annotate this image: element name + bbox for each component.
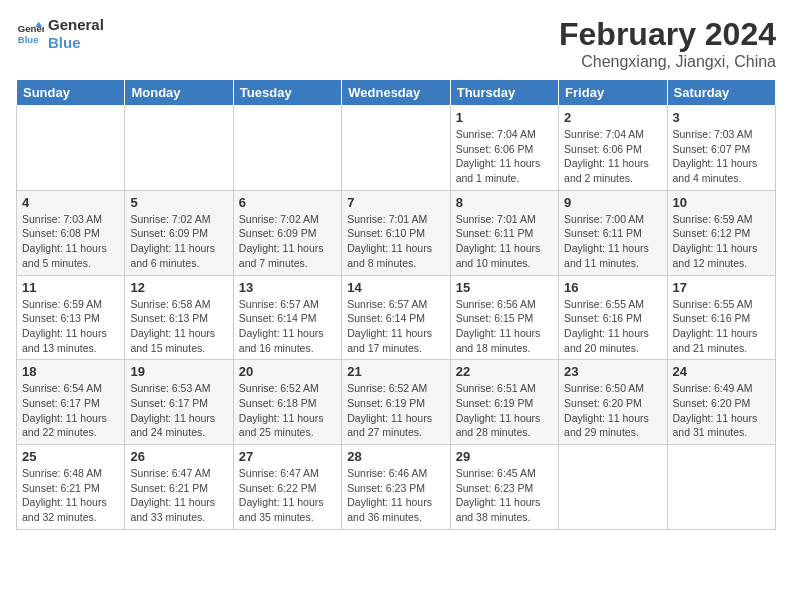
day-info: Sunrise: 6:58 AM Sunset: 6:13 PM Dayligh…: [130, 297, 227, 356]
day-number: 16: [564, 280, 661, 295]
day-number: 13: [239, 280, 336, 295]
calendar-cell: 25Sunrise: 6:48 AM Sunset: 6:21 PM Dayli…: [17, 445, 125, 530]
calendar-cell: 21Sunrise: 6:52 AM Sunset: 6:19 PM Dayli…: [342, 360, 450, 445]
day-info: Sunrise: 7:02 AM Sunset: 6:09 PM Dayligh…: [130, 212, 227, 271]
day-number: 19: [130, 364, 227, 379]
day-info: Sunrise: 6:47 AM Sunset: 6:22 PM Dayligh…: [239, 466, 336, 525]
day-info: Sunrise: 7:02 AM Sunset: 6:09 PM Dayligh…: [239, 212, 336, 271]
calendar-cell: [17, 106, 125, 191]
calendar-cell: 27Sunrise: 6:47 AM Sunset: 6:22 PM Dayli…: [233, 445, 341, 530]
calendar-cell: 20Sunrise: 6:52 AM Sunset: 6:18 PM Dayli…: [233, 360, 341, 445]
calendar-cell: 16Sunrise: 6:55 AM Sunset: 6:16 PM Dayli…: [559, 275, 667, 360]
calendar-week-row: 25Sunrise: 6:48 AM Sunset: 6:21 PM Dayli…: [17, 445, 776, 530]
day-info: Sunrise: 6:52 AM Sunset: 6:19 PM Dayligh…: [347, 381, 444, 440]
day-number: 1: [456, 110, 553, 125]
calendar-cell: 19Sunrise: 6:53 AM Sunset: 6:17 PM Dayli…: [125, 360, 233, 445]
calendar-cell: 6Sunrise: 7:02 AM Sunset: 6:09 PM Daylig…: [233, 190, 341, 275]
day-info: Sunrise: 6:59 AM Sunset: 6:12 PM Dayligh…: [673, 212, 770, 271]
calendar-cell: 8Sunrise: 7:01 AM Sunset: 6:11 PM Daylig…: [450, 190, 558, 275]
weekday-header: Saturday: [667, 80, 775, 106]
day-info: Sunrise: 6:51 AM Sunset: 6:19 PM Dayligh…: [456, 381, 553, 440]
calendar-cell: [342, 106, 450, 191]
day-number: 12: [130, 280, 227, 295]
day-number: 8: [456, 195, 553, 210]
calendar-cell: [559, 445, 667, 530]
day-info: Sunrise: 7:03 AM Sunset: 6:08 PM Dayligh…: [22, 212, 119, 271]
day-number: 21: [347, 364, 444, 379]
day-info: Sunrise: 7:01 AM Sunset: 6:10 PM Dayligh…: [347, 212, 444, 271]
title-block: February 2024 Chengxiang, Jiangxi, China: [559, 16, 776, 71]
calendar-cell: 18Sunrise: 6:54 AM Sunset: 6:17 PM Dayli…: [17, 360, 125, 445]
calendar-cell: 4Sunrise: 7:03 AM Sunset: 6:08 PM Daylig…: [17, 190, 125, 275]
calendar-week-row: 1Sunrise: 7:04 AM Sunset: 6:06 PM Daylig…: [17, 106, 776, 191]
weekday-header-row: SundayMondayTuesdayWednesdayThursdayFrid…: [17, 80, 776, 106]
day-number: 2: [564, 110, 661, 125]
day-number: 6: [239, 195, 336, 210]
day-number: 29: [456, 449, 553, 464]
day-info: Sunrise: 6:59 AM Sunset: 6:13 PM Dayligh…: [22, 297, 119, 356]
calendar-cell: 14Sunrise: 6:57 AM Sunset: 6:14 PM Dayli…: [342, 275, 450, 360]
day-info: Sunrise: 6:48 AM Sunset: 6:21 PM Dayligh…: [22, 466, 119, 525]
day-number: 20: [239, 364, 336, 379]
day-number: 10: [673, 195, 770, 210]
calendar-cell: 2Sunrise: 7:04 AM Sunset: 6:06 PM Daylig…: [559, 106, 667, 191]
day-info: Sunrise: 6:49 AM Sunset: 6:20 PM Dayligh…: [673, 381, 770, 440]
calendar-cell: 28Sunrise: 6:46 AM Sunset: 6:23 PM Dayli…: [342, 445, 450, 530]
day-number: 15: [456, 280, 553, 295]
calendar-table: SundayMondayTuesdayWednesdayThursdayFrid…: [16, 79, 776, 530]
calendar-cell: 7Sunrise: 7:01 AM Sunset: 6:10 PM Daylig…: [342, 190, 450, 275]
calendar-cell: [125, 106, 233, 191]
calendar-cell: 13Sunrise: 6:57 AM Sunset: 6:14 PM Dayli…: [233, 275, 341, 360]
day-info: Sunrise: 6:53 AM Sunset: 6:17 PM Dayligh…: [130, 381, 227, 440]
day-number: 9: [564, 195, 661, 210]
day-number: 23: [564, 364, 661, 379]
calendar-cell: 22Sunrise: 6:51 AM Sunset: 6:19 PM Dayli…: [450, 360, 558, 445]
day-info: Sunrise: 7:01 AM Sunset: 6:11 PM Dayligh…: [456, 212, 553, 271]
calendar-week-row: 18Sunrise: 6:54 AM Sunset: 6:17 PM Dayli…: [17, 360, 776, 445]
calendar-cell: 5Sunrise: 7:02 AM Sunset: 6:09 PM Daylig…: [125, 190, 233, 275]
day-number: 25: [22, 449, 119, 464]
day-info: Sunrise: 6:57 AM Sunset: 6:14 PM Dayligh…: [347, 297, 444, 356]
day-number: 14: [347, 280, 444, 295]
day-number: 11: [22, 280, 119, 295]
calendar-cell: 23Sunrise: 6:50 AM Sunset: 6:20 PM Dayli…: [559, 360, 667, 445]
day-info: Sunrise: 6:55 AM Sunset: 6:16 PM Dayligh…: [673, 297, 770, 356]
day-number: 17: [673, 280, 770, 295]
day-info: Sunrise: 7:04 AM Sunset: 6:06 PM Dayligh…: [564, 127, 661, 186]
day-number: 27: [239, 449, 336, 464]
calendar-week-row: 11Sunrise: 6:59 AM Sunset: 6:13 PM Dayli…: [17, 275, 776, 360]
calendar-cell: 24Sunrise: 6:49 AM Sunset: 6:20 PM Dayli…: [667, 360, 775, 445]
calendar-week-row: 4Sunrise: 7:03 AM Sunset: 6:08 PM Daylig…: [17, 190, 776, 275]
calendar-cell: 29Sunrise: 6:45 AM Sunset: 6:23 PM Dayli…: [450, 445, 558, 530]
day-number: 22: [456, 364, 553, 379]
day-number: 26: [130, 449, 227, 464]
day-number: 3: [673, 110, 770, 125]
weekday-header: Thursday: [450, 80, 558, 106]
page-header: General Blue GeneralBlue February 2024 C…: [16, 16, 776, 71]
location-subtitle: Chengxiang, Jiangxi, China: [559, 53, 776, 71]
day-info: Sunrise: 6:50 AM Sunset: 6:20 PM Dayligh…: [564, 381, 661, 440]
day-number: 4: [22, 195, 119, 210]
day-info: Sunrise: 6:54 AM Sunset: 6:17 PM Dayligh…: [22, 381, 119, 440]
day-info: Sunrise: 6:57 AM Sunset: 6:14 PM Dayligh…: [239, 297, 336, 356]
calendar-cell: 11Sunrise: 6:59 AM Sunset: 6:13 PM Dayli…: [17, 275, 125, 360]
weekday-header: Friday: [559, 80, 667, 106]
calendar-cell: [667, 445, 775, 530]
calendar-cell: 12Sunrise: 6:58 AM Sunset: 6:13 PM Dayli…: [125, 275, 233, 360]
calendar-cell: [233, 106, 341, 191]
calendar-cell: 1Sunrise: 7:04 AM Sunset: 6:06 PM Daylig…: [450, 106, 558, 191]
logo: General Blue GeneralBlue: [16, 16, 104, 52]
day-number: 28: [347, 449, 444, 464]
day-info: Sunrise: 7:03 AM Sunset: 6:07 PM Dayligh…: [673, 127, 770, 186]
calendar-cell: 17Sunrise: 6:55 AM Sunset: 6:16 PM Dayli…: [667, 275, 775, 360]
day-number: 18: [22, 364, 119, 379]
logo-icon: General Blue: [16, 20, 44, 48]
day-info: Sunrise: 6:52 AM Sunset: 6:18 PM Dayligh…: [239, 381, 336, 440]
day-info: Sunrise: 6:45 AM Sunset: 6:23 PM Dayligh…: [456, 466, 553, 525]
day-info: Sunrise: 6:47 AM Sunset: 6:21 PM Dayligh…: [130, 466, 227, 525]
weekday-header: Tuesday: [233, 80, 341, 106]
weekday-header: Sunday: [17, 80, 125, 106]
day-info: Sunrise: 7:00 AM Sunset: 6:11 PM Dayligh…: [564, 212, 661, 271]
day-number: 24: [673, 364, 770, 379]
svg-text:Blue: Blue: [18, 34, 39, 45]
